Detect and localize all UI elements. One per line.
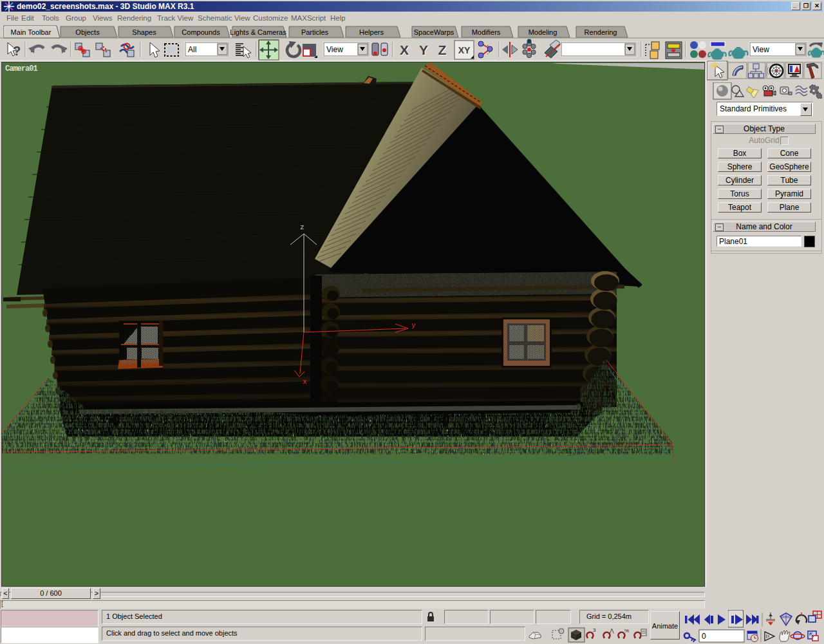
svg-text:3: 3: [593, 627, 596, 633]
svg-text:Objects: Objects: [75, 28, 100, 36]
svg-text:⋀: ⋀: [609, 628, 614, 634]
svg-text:x: x: [303, 378, 307, 386]
svg-text:Z: Z: [438, 43, 447, 57]
svg-text:0: 0: [702, 632, 706, 641]
svg-text:z: z: [300, 223, 304, 231]
svg-text:Camera01: Camera01: [5, 64, 37, 73]
svg-text:View: View: [326, 45, 343, 54]
svg-text:Helpers: Helpers: [359, 28, 384, 36]
svg-text:?: ?: [13, 44, 21, 58]
svg-text:All: All: [188, 45, 196, 54]
svg-text:Particles: Particles: [301, 28, 329, 36]
svg-text:Compounds: Compounds: [182, 28, 220, 36]
svg-text:Rendering: Rendering: [585, 28, 617, 36]
svg-text:SpaceWarps: SpaceWarps: [414, 28, 454, 36]
svg-text:y: y: [411, 321, 416, 329]
svg-text:Y: Y: [419, 43, 428, 57]
svg-text:XY: XY: [458, 45, 471, 55]
svg-text:View: View: [753, 45, 769, 54]
svg-text:Main Toolbar: Main Toolbar: [11, 28, 52, 36]
svg-text:Modifiers: Modifiers: [472, 28, 501, 36]
svg-text:X: X: [400, 43, 409, 57]
svg-text:Lights & Cameras: Lights & Cameras: [230, 28, 286, 36]
svg-text:%: %: [624, 628, 629, 634]
svg-text:Shapes: Shapes: [132, 28, 156, 36]
svg-text:Modeling: Modeling: [529, 28, 557, 36]
